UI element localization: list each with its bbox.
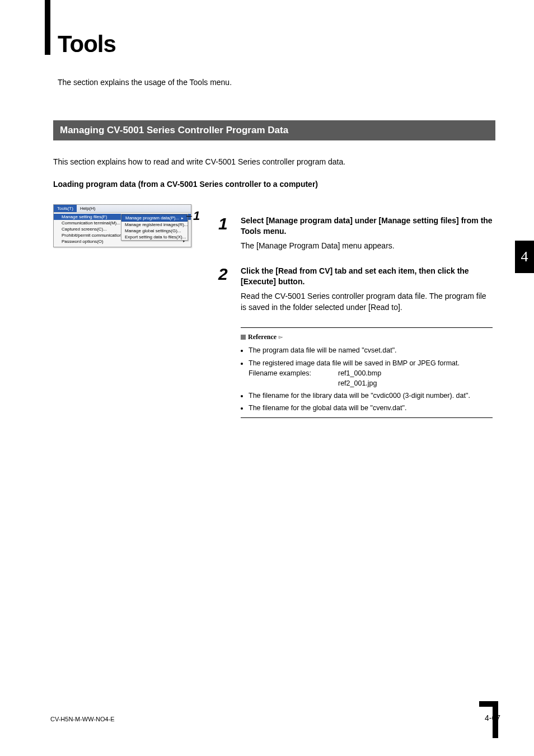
footer-doc-id: CV-H5N-M-WW-NO4-E	[50, 716, 115, 722]
reference-bullet-2: The registered image data file will be s…	[249, 358, 493, 388]
tools-menu-screenshot: Tools(T) Help(H) Manage setting files(F)…	[53, 204, 191, 247]
submenu-manage-program-data[interactable]: Manage program data(P)...	[121, 214, 188, 222]
intro-text: The section explains the usage of the To…	[58, 78, 495, 87]
footer-corner-mark	[493, 707, 498, 738]
page-title: Tools	[58, 31, 495, 58]
filename-spacer	[249, 378, 338, 388]
tools-dropdown: Manage setting files(F) Communication te…	[54, 212, 191, 247]
reference-top-rule	[241, 327, 493, 328]
submenu-export-setting-data[interactable]: Export setting data to files(X)...	[121, 234, 188, 240]
submenu-manage-registered-images[interactable]: Manage registered images(R)...	[121, 222, 188, 228]
reference-bullet-4: The filename for the global data will be…	[249, 403, 493, 413]
menubar: Tools(T) Help(H)	[54, 205, 191, 212]
reference-label: Reference ▻	[241, 332, 283, 342]
content-column: Tools The section explains the usage of …	[53, 31, 495, 205]
filename-row-2: ref2_001.jpg	[249, 378, 493, 388]
page: Tools The section explains the usage of …	[0, 0, 534, 756]
filename-example-2: ref2_001.jpg	[338, 378, 377, 388]
reference-block: Reference ▻ The program data file will b…	[241, 327, 493, 418]
reference-bullet-2-text: The registered image data file will be s…	[249, 359, 460, 367]
reference-bullet-3: The filename for the library data will b…	[249, 391, 493, 401]
step-1-body: Select [Manage program data] under [Mana…	[241, 215, 493, 251]
manage-files-submenu: Manage program data(P)... Manage registe…	[121, 214, 188, 241]
reference-bullet-1: The program data file will be named "cvs…	[249, 345, 493, 355]
filename-examples-label: Filename examples:	[249, 368, 338, 378]
step-2-instruction: Click the [Read from CV] tab and set eac…	[241, 266, 493, 287]
callout-1: 1	[186, 212, 200, 220]
step-1-result: The [Manage Program Data] menu appears.	[241, 240, 493, 251]
page-footer: CV-H5N-M-WW-NO4-E 4-67	[50, 713, 500, 722]
filename-row-1: Filename examples: ref1_000.bmp	[249, 368, 493, 378]
section-left-bar	[45, 0, 50, 55]
section-description: This section explains how to read and wr…	[53, 157, 495, 166]
callout-number: 1	[193, 209, 200, 223]
section-heading: Managing CV-5001 Series Controller Progr…	[53, 120, 495, 140]
submenu-manage-global-settings[interactable]: Manage global settings(G)...	[121, 228, 188, 234]
reference-label-text: Reference	[248, 332, 277, 342]
step-1-instruction: Select [Manage program data] under [Mana…	[241, 215, 493, 237]
step-2: 2 Click the [Read from CV] tab and set e…	[218, 266, 493, 313]
callout-line	[186, 216, 192, 217]
menubar-tools[interactable]: Tools(T)	[54, 205, 77, 212]
steps-list: 1 Select [Manage program data] under [Ma…	[218, 215, 493, 327]
step-2-body: Click the [Read from CV] tab and set eac…	[241, 266, 493, 313]
chapter-side-tab: 4	[515, 241, 534, 273]
step-1: 1 Select [Manage program data] under [Ma…	[218, 215, 493, 251]
step-2-result: Read the CV-5001 Series controller progr…	[241, 290, 493, 313]
step-2-number: 2	[218, 266, 241, 313]
menubar-help[interactable]: Help(H)	[77, 205, 99, 212]
sub-heading: Loading program data (from a CV-5001 Ser…	[53, 180, 495, 189]
reference-bullets: The program data file will be named "cvs…	[241, 345, 493, 413]
step-1-number: 1	[218, 215, 241, 251]
reference-bottom-rule	[241, 417, 493, 418]
reference-square-icon	[241, 335, 246, 340]
reference-pointer-icon: ▻	[279, 334, 283, 341]
filename-example-1: ref1_000.bmp	[338, 368, 381, 378]
